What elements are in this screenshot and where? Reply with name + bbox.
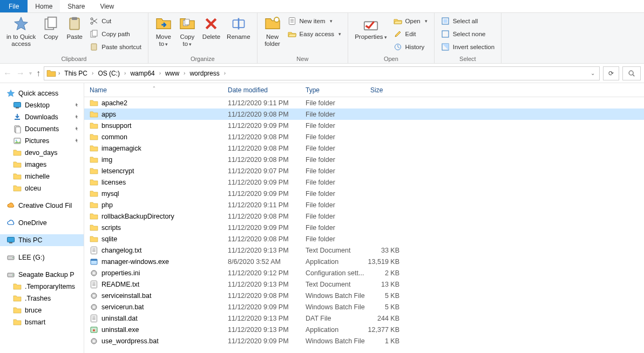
file-row[interactable]: uninstall.exe 11/12/2020 9:13 PM Applica… [84, 324, 644, 335]
nav-creative-cloud[interactable]: Creative Cloud Fil [0, 200, 84, 212]
file-row[interactable]: mysql 11/12/2020 9:09 PM File folder [84, 188, 644, 199]
search-button[interactable] [622, 66, 641, 80]
chevron-right-icon[interactable]: › [182, 70, 186, 76]
chevron-down-icon[interactable]: ⌄ [591, 70, 595, 76]
easy-access-button[interactable]: Easy access▾ [287, 28, 343, 40]
nav-recent-item[interactable]: images [0, 159, 84, 171]
breadcrumb-item[interactable]: wamp64 [128, 69, 157, 78]
file-row[interactable]: licenses 11/12/2020 9:09 PM File folder [84, 176, 644, 188]
tab-share[interactable]: Share [60, 0, 92, 12]
tab-file[interactable]: File [0, 0, 28, 12]
properties-button[interactable]: Properties▾ [351, 14, 390, 42]
file-type: File folder [301, 99, 366, 107]
chevron-right-icon[interactable]: › [223, 70, 227, 76]
new-item-button[interactable]: New item▾ [287, 15, 343, 27]
file-row[interactable]: properties.ini 11/12/2020 9:12 PM Config… [84, 267, 644, 279]
file-row[interactable]: common 11/12/2020 9:08 PM File folder [84, 131, 644, 142]
tab-home[interactable]: Home [28, 0, 60, 12]
file-row[interactable]: php 11/12/2020 9:11 PM File folder [84, 199, 644, 211]
file-row[interactable]: scripts 11/12/2020 9:09 PM File folder [84, 222, 644, 233]
nav-this-pc[interactable]: This PC [0, 234, 84, 246]
file-date: 11/12/2020 9:08 PM [223, 145, 301, 152]
column-header-size[interactable]: Size [366, 86, 404, 94]
paste-button[interactable]: Paste [63, 14, 86, 42]
copy-button[interactable]: Copy [39, 14, 63, 42]
nav-icon [13, 101, 22, 110]
file-row[interactable]: changelog.txt 11/12/2020 9:13 PM Text Do… [84, 245, 644, 256]
nav-folder-item[interactable]: bruce [0, 304, 84, 316]
breadcrumb-item[interactable]: wordpress [187, 69, 221, 78]
file-row[interactable]: servicerun.bat 11/12/2020 9:09 PM Window… [84, 301, 644, 313]
recent-locations-button[interactable]: ▾ [29, 70, 32, 76]
nav-onedrive[interactable]: OneDrive [0, 217, 84, 229]
nav-drive-item[interactable]: LEE (G:) [0, 252, 84, 263]
file-row[interactable]: uninstall.dat 11/12/2020 9:13 PM DAT Fil… [84, 313, 644, 324]
file-row[interactable]: rollbackBackupDirectory 11/12/2020 9:08 … [84, 211, 644, 222]
refresh-button[interactable]: ⟳ [603, 66, 619, 80]
file-row[interactable]: apps 11/12/2020 9:08 PM File folder [84, 108, 644, 120]
cloud-icon [6, 219, 15, 227]
nav-recent-item[interactable]: devo_days [0, 147, 84, 159]
nav-recent-item[interactable]: michelle [0, 171, 84, 182]
navigation-pane[interactable]: Quick access DesktopDownloadsDocumentsPi… [0, 83, 84, 353]
copy-to-button[interactable]: Copy to▾ [175, 14, 199, 49]
file-size: 5 KB [366, 292, 404, 300]
delete-button[interactable]: Delete [199, 14, 223, 42]
nav-pinned-item[interactable]: Documents [0, 123, 84, 135]
move-to-button[interactable]: Move to▾ [152, 14, 175, 49]
nav-folder-item[interactable]: .TemporaryItems [0, 281, 84, 293]
new-folder-button[interactable]: New folder [261, 14, 284, 49]
history-button[interactable]: History [392, 41, 429, 53]
file-row[interactable]: letsencrypt 11/12/2020 9:07 PM File fold… [84, 165, 644, 176]
folder-icon [13, 294, 22, 303]
file-list-pane[interactable]: ⌃Name Date modified Type Size apache2 11… [84, 83, 644, 353]
chevron-right-icon[interactable]: › [123, 70, 127, 76]
open-button[interactable]: Open▾ [392, 15, 429, 27]
cut-button[interactable]: Cut [89, 15, 143, 27]
file-name: bnsupport [101, 122, 132, 130]
nav-quick-access[interactable]: Quick access [0, 87, 84, 99]
column-header-date[interactable]: Date modified [223, 86, 301, 94]
folder-icon [13, 172, 22, 181]
edit-button[interactable]: Edit [392, 28, 429, 40]
file-size: 13,519 KB [366, 258, 404, 266]
breadcrumb-item[interactable]: This PC [62, 69, 90, 78]
column-header-type[interactable]: Type [301, 86, 366, 94]
chevron-right-icon[interactable]: › [58, 70, 60, 76]
nav-pinned-item[interactable]: Desktop [0, 99, 84, 111]
nav-folder-item[interactable]: bsmart [0, 316, 84, 328]
rename-button[interactable]: Rename [223, 14, 253, 42]
file-row[interactable]: sqlite 11/12/2020 9:08 PM File folder [84, 233, 644, 245]
nav-icon [13, 137, 22, 145]
nav-folder-item[interactable]: .Trashes [0, 293, 84, 304]
file-row[interactable]: README.txt 11/12/2020 9:13 PM Text Docum… [84, 279, 644, 290]
file-row[interactable]: bnsupport 11/12/2020 9:09 PM File folder [84, 120, 644, 131]
copy-path-button[interactable]: Copy path [89, 28, 143, 40]
file-row[interactable]: use_wordpress.bat 11/12/2020 9:09 PM Win… [84, 335, 644, 347]
column-header-name[interactable]: ⌃Name [84, 86, 223, 94]
select-all-button[interactable]: Select all [440, 15, 496, 27]
file-row[interactable]: imagemagick 11/12/2020 9:08 PM File fold… [84, 142, 644, 154]
select-none-button[interactable]: Select none [440, 28, 496, 40]
tab-view[interactable]: View [92, 0, 121, 12]
nav-drive-item[interactable]: Seagate Backup P [0, 269, 84, 281]
paste-shortcut-button[interactable]: Paste shortcut [89, 41, 143, 53]
pin-to-quick-access-button[interactable]: in to Quick access [3, 14, 39, 49]
breadcrumb-item[interactable]: OS (C:) [96, 69, 122, 78]
nav-pinned-item[interactable]: Downloads [0, 111, 84, 123]
nav-recent-item[interactable]: olceu [0, 182, 84, 194]
breadcrumb-item[interactable]: www [163, 69, 181, 78]
file-row[interactable]: img 11/12/2020 9:08 PM File folder [84, 154, 644, 165]
address-bar[interactable]: › This PC›OS (C:)›wamp64›www›wordpress› … [44, 66, 600, 80]
back-button[interactable]: ← [3, 69, 12, 78]
folder-icon [90, 189, 98, 198]
invert-selection-button[interactable]: Invert selection [440, 41, 496, 53]
nav-pinned-item[interactable]: Pictures [0, 135, 84, 147]
forward-button[interactable]: → [16, 69, 25, 78]
file-row[interactable]: serviceinstall.bat 11/12/2020 9:08 PM Wi… [84, 290, 644, 301]
up-button[interactable]: ↑ [36, 69, 40, 78]
chevron-right-icon[interactable]: › [158, 70, 162, 76]
file-row[interactable]: apache2 11/12/2020 9:11 PM File folder [84, 97, 644, 108]
chevron-right-icon[interactable]: › [91, 70, 94, 76]
file-row[interactable]: manager-windows.exe 8/6/2020 3:52 AM App… [84, 256, 644, 267]
